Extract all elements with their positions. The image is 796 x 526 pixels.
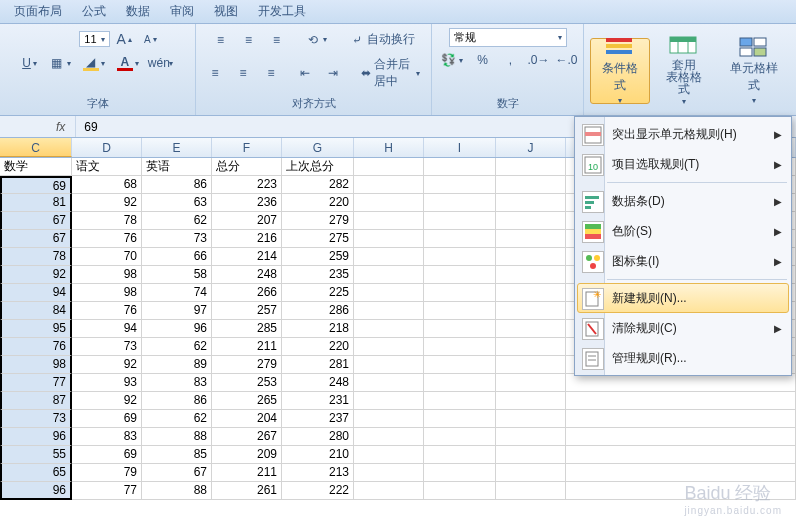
cell[interactable] <box>496 428 566 446</box>
cell[interactable]: 94 <box>72 320 142 338</box>
cell[interactable] <box>496 176 566 194</box>
decrease-font-button[interactable]: A▾ <box>139 31 162 48</box>
cell[interactable]: 77 <box>0 374 72 392</box>
cell[interactable] <box>566 464 796 482</box>
cell[interactable] <box>354 284 424 302</box>
percent-button[interactable]: % <box>470 49 496 71</box>
cell[interactable] <box>424 302 496 320</box>
cell[interactable] <box>354 266 424 284</box>
cell[interactable]: 98 <box>72 284 142 302</box>
col-header[interactable]: G <box>282 138 354 157</box>
cell[interactable] <box>566 482 796 500</box>
cell[interactable]: 213 <box>282 464 354 482</box>
cell[interactable]: 69 <box>72 446 142 464</box>
cell[interactable]: 77 <box>72 482 142 500</box>
cell[interactable] <box>566 410 796 428</box>
col-header[interactable]: H <box>354 138 424 157</box>
number-format-combo[interactable]: 常规▾ <box>449 28 567 47</box>
cell[interactable] <box>496 320 566 338</box>
cell[interactable] <box>566 446 796 464</box>
cell[interactable]: 66 <box>142 248 212 266</box>
comma-button[interactable]: , <box>498 49 524 71</box>
cell[interactable] <box>496 482 566 500</box>
cell[interactable] <box>566 428 796 446</box>
cell[interactable]: 74 <box>142 284 212 302</box>
cell[interactable]: 76 <box>72 230 142 248</box>
cell[interactable] <box>354 230 424 248</box>
cell[interactable]: 97 <box>142 302 212 320</box>
cell[interactable] <box>424 356 496 374</box>
cell[interactable]: 73 <box>72 338 142 356</box>
col-header[interactable]: C <box>0 138 72 157</box>
col-header[interactable]: E <box>142 138 212 157</box>
cell[interactable]: 69 <box>72 410 142 428</box>
cell[interactable]: 96 <box>142 320 212 338</box>
cell[interactable] <box>424 338 496 356</box>
header-cell[interactable] <box>424 158 496 176</box>
cell[interactable] <box>424 230 496 248</box>
cell[interactable]: 67 <box>142 464 212 482</box>
menu-tab[interactable]: 公式 <box>72 1 116 22</box>
menu-item-iconset[interactable]: 图标集(I)▶ <box>577 246 789 276</box>
cell[interactable]: 231 <box>282 392 354 410</box>
cell[interactable]: 266 <box>212 284 282 302</box>
menu-item-databar[interactable]: 数据条(D)▶ <box>577 186 789 216</box>
menu-tab[interactable]: 审阅 <box>160 1 204 22</box>
cell[interactable]: 211 <box>212 464 282 482</box>
cell[interactable] <box>566 392 796 410</box>
cell[interactable]: 92 <box>72 392 142 410</box>
cell[interactable]: 209 <box>212 446 282 464</box>
cell[interactable]: 83 <box>142 374 212 392</box>
header-cell[interactable] <box>496 158 566 176</box>
cell[interactable] <box>496 212 566 230</box>
cell[interactable]: 92 <box>0 266 72 284</box>
align-middle-button[interactable]: ≡ <box>236 29 262 51</box>
header-cell[interactable]: 英语 <box>142 158 212 176</box>
cell[interactable] <box>424 176 496 194</box>
fill-color-button[interactable]: ◢▾ <box>78 52 110 74</box>
cell[interactable]: 67 <box>0 230 72 248</box>
cell[interactable]: 265 <box>212 392 282 410</box>
cell[interactable]: 73 <box>0 410 72 428</box>
cell[interactable] <box>424 482 496 500</box>
align-center-button[interactable]: ≡ <box>230 62 256 84</box>
menu-item-manage[interactable]: 管理规则(R)... <box>577 343 789 373</box>
cell[interactable]: 225 <box>282 284 354 302</box>
cell[interactable]: 259 <box>282 248 354 266</box>
col-header[interactable]: J <box>496 138 566 157</box>
conditional-format-button[interactable]: 条件格式▾ <box>590 38 650 104</box>
menu-tab[interactable]: 视图 <box>204 1 248 22</box>
cell[interactable]: 253 <box>212 374 282 392</box>
cell[interactable]: 95 <box>0 320 72 338</box>
cell[interactable]: 286 <box>282 302 354 320</box>
cell[interactable]: 87 <box>0 392 72 410</box>
cell[interactable]: 282 <box>282 176 354 194</box>
align-right-button[interactable]: ≡ <box>258 62 284 84</box>
cell[interactable]: 223 <box>212 176 282 194</box>
cell[interactable] <box>496 356 566 374</box>
cell[interactable]: 76 <box>0 338 72 356</box>
cell[interactable]: 236 <box>212 194 282 212</box>
underline-button[interactable]: U▾ <box>17 53 42 73</box>
increase-font-button[interactable]: A▴ <box>112 28 137 50</box>
cell[interactable] <box>424 212 496 230</box>
cell[interactable]: 257 <box>212 302 282 320</box>
inc-decimal-button[interactable]: .0→ <box>526 49 552 71</box>
menu-item-colorscale[interactable]: 色阶(S)▶ <box>577 216 789 246</box>
accounting-button[interactable]: 💱▾ <box>436 49 468 71</box>
cell[interactable] <box>424 374 496 392</box>
cell[interactable]: 96 <box>0 428 72 446</box>
cell[interactable]: 88 <box>142 428 212 446</box>
indent-dec-button[interactable]: ⇤ <box>292 62 318 84</box>
menu-tab[interactable]: 数据 <box>116 1 160 22</box>
cell[interactable]: 237 <box>282 410 354 428</box>
cell[interactable] <box>354 302 424 320</box>
cell[interactable] <box>354 194 424 212</box>
cell[interactable] <box>566 374 796 392</box>
cell[interactable] <box>354 428 424 446</box>
menu-tab[interactable]: 页面布局 <box>4 1 72 22</box>
menu-item-clear[interactable]: 清除规则(C)▶ <box>577 313 789 343</box>
cell[interactable] <box>424 194 496 212</box>
cell[interactable] <box>354 248 424 266</box>
header-cell[interactable]: 上次总分 <box>282 158 354 176</box>
